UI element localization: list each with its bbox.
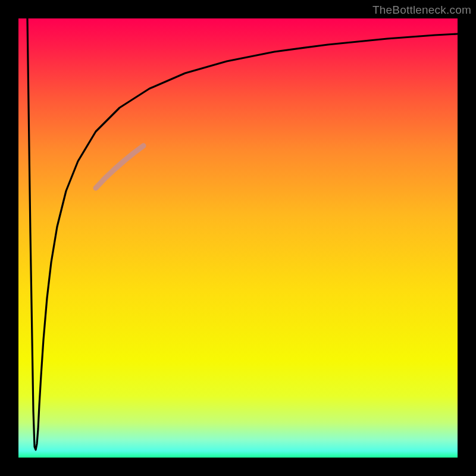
highlight-segment <box>96 146 143 188</box>
plot-area <box>18 18 458 458</box>
bottleneck-curve <box>27 18 458 450</box>
curve-layer <box>18 18 458 458</box>
attribution-text: TheBottleneck.com <box>372 4 471 17</box>
chart-stage: TheBottleneck.com <box>0 0 476 476</box>
